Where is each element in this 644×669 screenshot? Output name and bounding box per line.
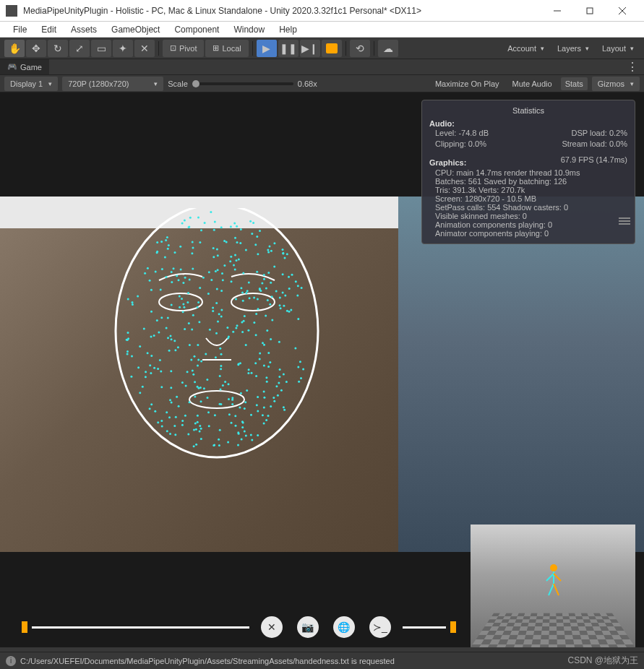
svg-point-207: [215, 356, 217, 358]
svg-point-68: [244, 431, 246, 433]
svg-point-98: [167, 248, 169, 250]
svg-point-225: [269, 246, 271, 248]
menu-gameobject[interactable]: GameObject: [104, 25, 167, 35]
svg-point-320: [290, 309, 292, 311]
cloud-button[interactable]: ☁: [378, 40, 398, 57]
svg-point-351: [132, 303, 134, 306]
step-button[interactable]: ▶❙: [300, 40, 320, 57]
info-icon: i: [6, 656, 16, 666]
svg-point-117: [295, 280, 297, 282]
pivot-toggle[interactable]: ⊡Pivot: [163, 40, 204, 57]
svg-point-48: [204, 222, 206, 224]
maximize-on-play-toggle[interactable]: Maximize On Play: [431, 79, 504, 88]
svg-point-178: [248, 368, 250, 371]
svg-point-177: [280, 307, 282, 309]
svg-point-156: [142, 386, 144, 388]
svg-point-168: [255, 375, 257, 377]
tab-game[interactable]: 🎮Game: [0, 59, 49, 74]
collab-button[interactable]: [322, 40, 342, 57]
account-dropdown[interactable]: Account: [502, 40, 550, 57]
svg-point-11: [251, 439, 253, 441]
svg-point-49: [183, 306, 185, 308]
svg-point-260: [194, 381, 196, 383]
svg-point-163: [271, 295, 273, 298]
menu-component[interactable]: Component: [167, 25, 226, 35]
menu-window[interactable]: Window: [226, 25, 272, 35]
svg-point-299: [218, 439, 220, 441]
svg-point-371: [160, 289, 162, 291]
svg-point-37: [270, 250, 272, 252]
svg-point-381: [155, 271, 157, 273]
svg-point-293: [217, 269, 219, 271]
svg-point-35: [176, 275, 178, 277]
svg-point-47: [245, 292, 247, 294]
rotate-tool-button[interactable]: ↻: [48, 40, 68, 57]
move-tool-button[interactable]: ✥: [26, 40, 46, 57]
undo-history-button[interactable]: ⟲: [350, 40, 370, 57]
stats-menu-icon[interactable]: [619, 216, 630, 226]
svg-point-130: [195, 444, 197, 446]
tab-menu-icon[interactable]: ⋮: [621, 60, 644, 74]
scale-slider[interactable]: [192, 82, 293, 85]
svg-point-79: [237, 444, 239, 446]
svg-point-86: [267, 352, 270, 354]
stats-toggle[interactable]: Stats: [561, 77, 588, 90]
mute-audio-toggle[interactable]: Mute Audio: [508, 79, 557, 88]
svg-point-323: [166, 411, 168, 413]
menu-file[interactable]: File: [6, 25, 34, 35]
svg-point-205: [150, 372, 152, 374]
local-toggle[interactable]: ⊞Local: [205, 40, 248, 57]
svg-point-100: [181, 381, 184, 384]
svg-point-203: [233, 264, 235, 267]
minimize-button[interactable]: [541, 1, 573, 21]
svg-point-97: [253, 297, 255, 299]
svg-point-282: [199, 425, 201, 427]
transform-tool-button[interactable]: ✦: [113, 40, 133, 57]
svg-point-256: [245, 434, 247, 436]
svg-point-356: [241, 292, 244, 294]
svg-point-310: [302, 368, 304, 371]
close-button[interactable]: [606, 1, 638, 21]
menu-edit[interactable]: Edit: [34, 25, 64, 35]
menu-help[interactable]: Help: [272, 25, 304, 35]
svg-point-193: [173, 340, 176, 342]
svg-point-359: [220, 290, 223, 292]
svg-point-252: [231, 280, 233, 282]
svg-point-275: [207, 293, 210, 295]
svg-point-194: [187, 292, 189, 294]
custom-tool-button[interactable]: ✕: [134, 40, 155, 57]
svg-point-15: [262, 414, 264, 416]
hand-tool-button[interactable]: ✋: [4, 40, 25, 57]
layers-dropdown[interactable]: Layers: [551, 40, 595, 57]
progress-marker-left[interactable]: [22, 621, 27, 633]
scale-tool-button[interactable]: ⤢: [69, 40, 90, 57]
svg-point-131: [154, 410, 156, 413]
layout-dropdown[interactable]: Layout: [596, 40, 640, 57]
camera-control-icon[interactable]: 📷: [297, 616, 319, 638]
watermark-text: CSDN @地狱为王: [567, 655, 638, 667]
svg-point-363: [153, 367, 155, 369]
svg-point-10: [235, 327, 237, 329]
svg-point-148: [127, 298, 129, 300]
pose-skeleton-icon: [543, 564, 564, 600]
menu-assets[interactable]: Assets: [64, 25, 104, 35]
svg-point-265: [197, 364, 199, 366]
gizmos-dropdown[interactable]: Gizmos: [592, 77, 640, 91]
svg-point-317: [131, 355, 133, 357]
rect-tool-button[interactable]: ▭: [91, 40, 111, 57]
resolution-dropdown[interactable]: 720P (1280x720): [62, 77, 163, 91]
display-dropdown[interactable]: Display 1: [4, 77, 58, 91]
terminal-control-icon[interactable]: ≻_: [369, 616, 391, 638]
pause-button[interactable]: ❚❚: [278, 40, 299, 57]
svg-point-13: [200, 438, 202, 440]
play-button[interactable]: ▶: [257, 40, 277, 57]
svg-point-347: [265, 288, 267, 290]
maximize-button[interactable]: [573, 1, 606, 21]
progress-marker-right[interactable]: [450, 621, 456, 633]
globe-control-icon[interactable]: 🌐: [333, 616, 355, 638]
svg-point-113: [157, 421, 159, 423]
svg-point-382: [212, 444, 215, 446]
svg-point-206: [244, 401, 246, 403]
svg-point-294: [206, 379, 208, 381]
close-control-icon[interactable]: ✕: [261, 616, 283, 638]
